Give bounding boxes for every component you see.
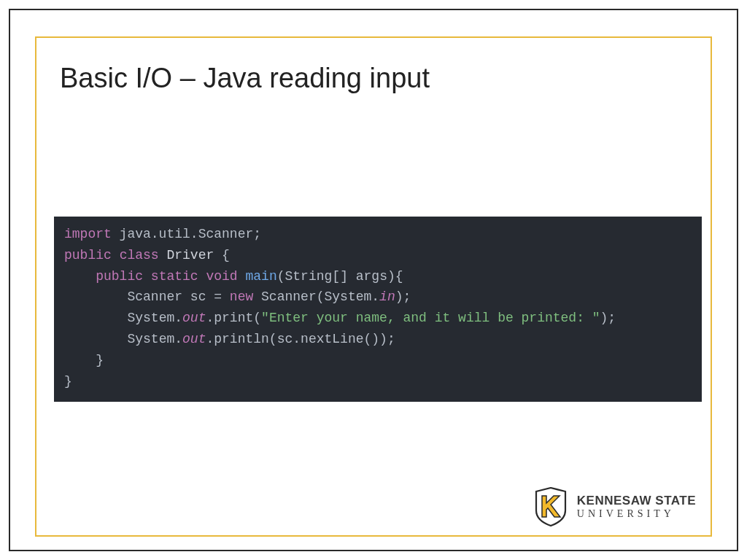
footer-line-2: UNIVERSITY: [577, 509, 696, 520]
code-line-8: }: [64, 350, 692, 371]
code-line-6: System.out.print("Enter your name, and i…: [64, 308, 692, 329]
ksu-logo-icon: [533, 487, 568, 526]
code-line-3: public class Driver {: [64, 245, 692, 266]
footer-line-1: KENNESAW STATE: [577, 494, 696, 508]
code-line-5: Scanner sc = new Scanner(System.in);: [64, 287, 692, 308]
slide-title: Basic I/O – Java reading input: [60, 63, 430, 94]
code-line-9: }: [64, 371, 692, 392]
footer-text: KENNESAW STATE UNIVERSITY: [577, 494, 696, 520]
code-line-1: import java.util.Scanner;: [64, 224, 692, 245]
code-line-4: public static void main(String[] args){: [64, 266, 692, 287]
code-line-7: System.out.println(sc.nextLine());: [64, 329, 692, 350]
code-block: import java.util.Scanner; public class D…: [54, 217, 702, 402]
footer-logo: KENNESAW STATE UNIVERSITY: [533, 487, 696, 526]
